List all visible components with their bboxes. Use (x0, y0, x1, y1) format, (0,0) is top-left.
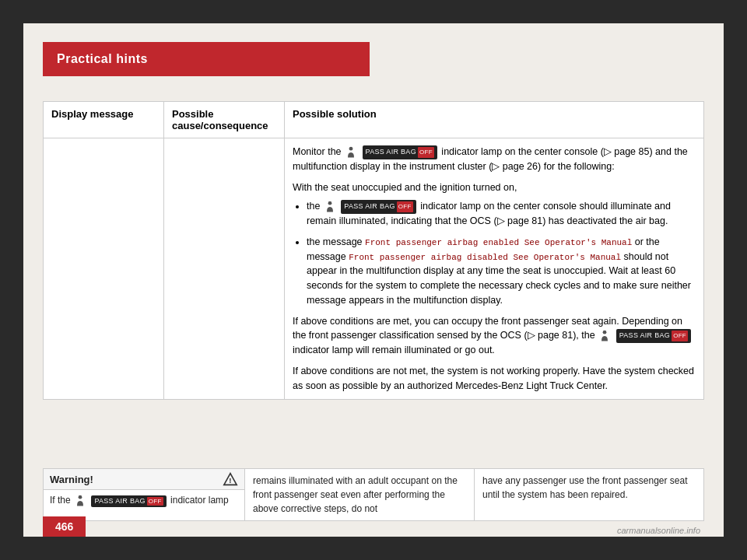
solution-para-2: With the seat unoccupied and the ignitio… (293, 180, 696, 195)
warning-header: Warning! ! (44, 469, 244, 490)
table-cell-cause (164, 138, 285, 400)
warning-label: Warning! (50, 474, 93, 485)
warning-continuation-1: remains illuminated with an adult occupa… (245, 468, 475, 521)
page-number: 466 (43, 516, 86, 537)
main-table: Display message Possible cause/consequen… (43, 101, 704, 400)
airbag-badge-2: PASS AIR BAG OFF (341, 200, 416, 214)
solution-para-1: Monitor the PASS AIR BAG OFF indicator l… (293, 145, 696, 174)
solution-bullet-list: the PASS AIR BAG OFF indicator lamp on t… (307, 199, 696, 307)
page-title: Practical hints (57, 52, 148, 66)
solution-para-3: If above conditions are met, you can occ… (293, 314, 696, 358)
warning-section: Warning! ! If the PASS AIR BAG OFF indic… (43, 468, 704, 521)
svg-point-0 (349, 147, 353, 151)
bullet-item-2: the message Front passenger airbag enabl… (307, 235, 696, 308)
table-cell-solution: Monitor the PASS AIR BAG OFF indicator l… (285, 138, 704, 400)
person-icon (345, 146, 357, 159)
col-header-cause: Possible cause/consequence (164, 102, 285, 138)
bullet-item-1: the PASS AIR BAG OFF indicator lamp on t… (307, 199, 696, 229)
person-icon-2 (324, 201, 336, 213)
solution-para-4: If above conditions are not met, the sys… (293, 364, 696, 394)
warning-box: Warning! ! If the PASS AIR BAG OFF indic… (43, 468, 245, 521)
airbag-badge-warn: PASS AIR BAG OFF (91, 495, 166, 507)
svg-text:!: ! (229, 476, 231, 485)
warning-triangle-icon: ! (223, 472, 238, 486)
header-bar: Practical hints (43, 42, 370, 76)
airbag-badge-3: PASS AIR BAG OFF (616, 329, 691, 343)
main-content: Display message Possible cause/consequen… (43, 101, 704, 474)
warning-body: If the PASS AIR BAG OFF indicator lamp (44, 490, 244, 512)
code-text-1: Front passenger airbag enabled See Opera… (365, 238, 632, 247)
code-text-2: Front passenger airbag disabled See Oper… (349, 253, 621, 262)
airbag-badge-1: PASS AIR BAG OFF (363, 145, 437, 159)
table-cell-display (44, 138, 164, 400)
col-header-solution: Possible solution (285, 102, 704, 138)
person-icon-warn (74, 495, 86, 507)
svg-point-1 (328, 201, 331, 205)
warning-continuation-2: have any passenger use the front passeng… (475, 468, 704, 521)
person-icon-3 (598, 330, 611, 342)
col-header-display: Display message (44, 102, 164, 138)
svg-point-2 (603, 331, 607, 334)
watermark: carmanualsonline.info (617, 526, 700, 535)
svg-point-5 (79, 495, 82, 499)
